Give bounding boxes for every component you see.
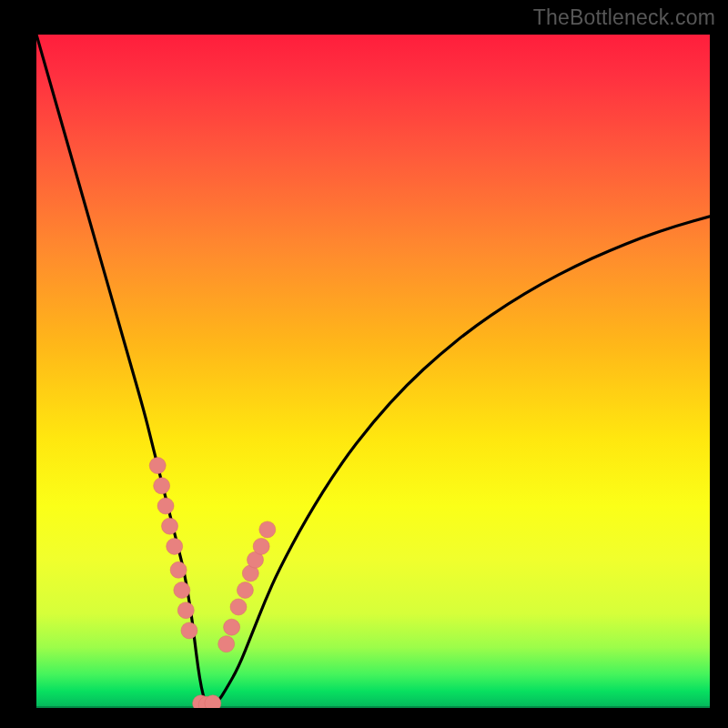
bottleneck-curve	[36, 35, 710, 704]
watermark-text: TheBottleneck.com	[533, 5, 715, 30]
plot-area	[36, 35, 710, 708]
highlight-dot	[253, 538, 269, 554]
highlight-dots-right	[218, 521, 276, 652]
highlight-dot	[170, 561, 187, 578]
highlight-dot	[167, 538, 183, 554]
highlight-dot	[181, 622, 197, 639]
highlight-dot	[218, 636, 235, 652]
highlight-dot	[237, 582, 253, 599]
highlight-dot	[177, 602, 194, 619]
highlight-dots-left	[149, 458, 197, 639]
highlight-dot	[230, 599, 247, 615]
highlight-dot	[157, 498, 174, 514]
highlight-dots-bottom	[193, 695, 221, 708]
curve-svg	[36, 35, 710, 708]
highlight-dot	[149, 458, 166, 474]
highlight-dot	[154, 478, 170, 494]
highlight-dot	[174, 582, 190, 599]
highlight-dot	[259, 521, 276, 538]
chart-frame: TheBottleneck.com	[0, 0, 728, 728]
highlight-dot	[162, 518, 178, 534]
highlight-dot	[224, 619, 240, 635]
